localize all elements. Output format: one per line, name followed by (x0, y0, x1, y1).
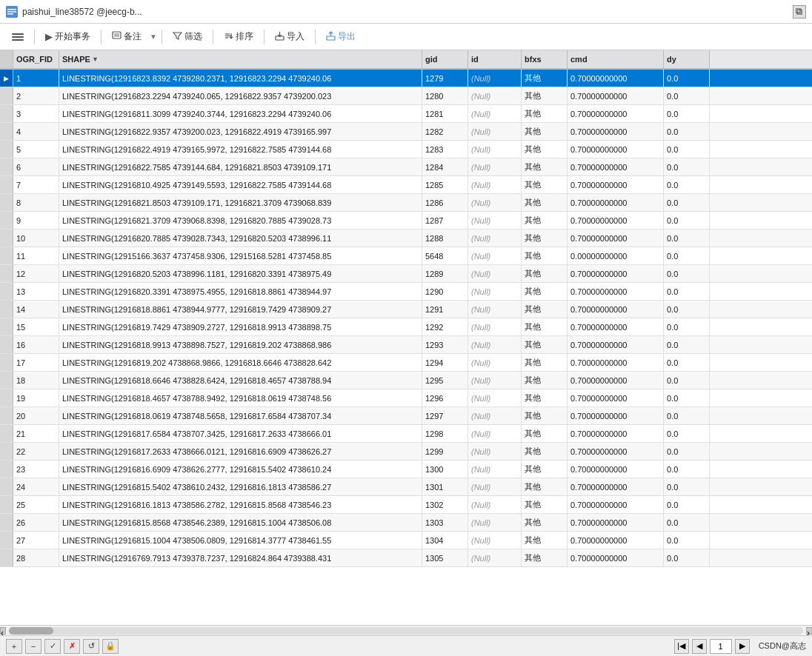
restore-btn[interactable] (793, 5, 806, 19)
cell-id: (Null) (468, 141, 522, 158)
table-row[interactable]: 10LINESTRING(12916820.7885 4739028.7343,… (0, 230, 812, 247)
header-id[interactable]: id (468, 50, 522, 68)
window-controls[interactable] (793, 5, 806, 19)
import-btn[interactable]: 导入 (269, 27, 310, 47)
table-body[interactable]: ▶1LINESTRING(12916823.8392 4739280.2371,… (0, 70, 812, 625)
header-row-indicator (0, 50, 13, 68)
table-row[interactable]: 2LINESTRING(12916823.2294 4739240.065, 1… (0, 87, 812, 105)
cell-id: (Null) (468, 158, 522, 175)
annotation-btn[interactable]: 备注 (106, 27, 147, 47)
table-row[interactable]: 12LINESTRING(12916820.5203 4738996.1181,… (0, 265, 812, 283)
table-row[interactable]: ▶1LINESTRING(12916823.8392 4739280.2371,… (0, 70, 812, 87)
row-indicator (0, 247, 13, 264)
table-row[interactable]: 4LINESTRING(12916822.9357 4739200.023, 1… (0, 123, 812, 141)
cell-dy: 0.0 (664, 265, 710, 282)
add-row-btn[interactable]: + (6, 639, 22, 654)
table-row[interactable]: 16LINESTRING(12916818.9913 4738898.7527,… (0, 336, 812, 354)
row-indicator (0, 105, 13, 122)
row-indicator (0, 372, 13, 389)
cell-id: (Null) (468, 265, 522, 282)
separator-4 (213, 30, 213, 44)
cell-dy: 0.0 (664, 176, 710, 193)
table-row[interactable]: 14LINESTRING(12916818.8861 4738944.9777,… (0, 301, 812, 318)
table-row[interactable]: 27LINESTRING(12916815.1004 4738506.0809,… (0, 532, 812, 549)
cell-id: (Null) (468, 194, 522, 211)
header-bfxs[interactable]: bfxs (522, 50, 568, 68)
header-cmd[interactable]: cmd (568, 50, 664, 68)
cell-shape: LINESTRING(12916818.4657 4738788.9492, 1… (59, 389, 422, 406)
row-indicator (0, 532, 13, 549)
cell-cmd: 0.70000000000 (568, 549, 664, 566)
separator-1 (34, 30, 35, 44)
annotation-dropdown-icon[interactable]: ▼ (150, 33, 157, 41)
refresh-btn[interactable]: ↺ (83, 639, 99, 654)
cell-id: (Null) (468, 283, 522, 300)
table-row[interactable]: 8LINESTRING(12916821.8503 4739109.171, 1… (0, 194, 812, 212)
header-gid[interactable]: gid (422, 50, 468, 68)
cell-dy: 0.0 (664, 407, 710, 424)
filter-btn[interactable]: 筛选 (167, 27, 208, 47)
table-row[interactable]: 5LINESTRING(12916822.4919 4739165.9972, … (0, 141, 812, 158)
menu-btn[interactable] (6, 27, 30, 47)
table-row[interactable]: 11LINESTRING(12915166.3637 4737458.9306,… (0, 247, 812, 265)
cell-id: (Null) (468, 514, 522, 531)
table-row[interactable]: 17LINESTRING(12916819.202 4738868.9866, … (0, 354, 812, 372)
page-number-input[interactable] (710, 639, 732, 654)
first-page-btn[interactable]: |◀ (674, 639, 689, 654)
horizontal-scroll[interactable]: ‹ › (0, 625, 812, 635)
prev-page-btn[interactable]: ◀ (692, 639, 707, 654)
cell-id: (Null) (468, 443, 522, 460)
table-row[interactable]: 13LINESTRING(12916820.3391 4738975.4955,… (0, 283, 812, 301)
table-row[interactable]: 24LINESTRING(12916815.5402 4738610.2432,… (0, 478, 812, 496)
pagination: |◀ ◀ ▶ (674, 639, 750, 654)
next-page-btn[interactable]: ▶ (735, 639, 750, 654)
header-dy[interactable]: dy (664, 50, 710, 68)
table-row[interactable]: 9LINESTRING(12916821.3709 4739068.8398, … (0, 212, 812, 230)
scroll-left-btn[interactable]: ‹ (0, 627, 6, 635)
table-row[interactable]: 3LINESTRING(12916811.3099 4739240.3744, … (0, 105, 812, 123)
check-btn[interactable]: ✓ (44, 639, 61, 654)
cell-cmd: 0.70000000000 (568, 87, 664, 104)
cell-ogr-fid: 17 (13, 354, 59, 371)
table-row[interactable]: 19LINESTRING(12916818.4657 4738788.9492,… (0, 389, 812, 407)
cell-ogr-fid: 19 (13, 389, 59, 406)
cell-bfxs: 其他 (522, 407, 568, 424)
status-bar: + − ✓ ✗ ↺ 🔒 |◀ ◀ ▶ CSDN@高志 (0, 635, 812, 656)
begin-transaction-btn[interactable]: ▶ 开始事务 (39, 27, 96, 47)
export-btn[interactable]: 导出 (320, 27, 362, 47)
table-row[interactable]: 18LINESTRING(12916818.6646 4738828.6424,… (0, 372, 812, 389)
table-row[interactable]: 6LINESTRING(12916822.7585 4739144.684, 1… (0, 158, 812, 176)
table-row[interactable]: 26LINESTRING(12916815.8568 4738546.2389,… (0, 514, 812, 532)
h-scrollbar-thumb[interactable] (9, 627, 53, 635)
scroll-right-btn[interactable]: › (806, 627, 812, 635)
lock-btn[interactable]: 🔒 (102, 639, 119, 654)
table-row[interactable]: 7LINESTRING(12916810.4925 4739149.5593, … (0, 176, 812, 194)
cell-shape: LINESTRING(12916823.2294 4739240.065, 12… (59, 87, 422, 104)
sort-btn[interactable]: 排序 (218, 27, 259, 47)
table-row[interactable]: 15LINESTRING(12916819.7429 4738909.2727,… (0, 318, 812, 336)
row-indicator (0, 478, 13, 495)
cell-dy: 0.0 (664, 283, 710, 300)
row-indicator (0, 194, 13, 211)
cell-ogr-fid: 7 (13, 176, 59, 193)
table-row[interactable]: 20LINESTRING(12916818.0619 4738748.5658,… (0, 407, 812, 425)
table-row[interactable]: 28LINESTRING(12916769.7913 4739378.7237,… (0, 549, 812, 567)
cell-bfxs: 其他 (522, 372, 568, 389)
row-indicator (0, 354, 13, 371)
delete-row-btn[interactable]: − (25, 639, 41, 654)
h-scrollbar-track[interactable] (9, 627, 803, 635)
table-row[interactable]: 23LINESTRING(12916816.6909 4738626.2777,… (0, 461, 812, 478)
cell-shape: LINESTRING(12916818.8861 4738944.9777, 1… (59, 301, 422, 318)
cell-shape: LINESTRING(12916820.5203 4738996.1181, 1… (59, 265, 422, 282)
table-row[interactable]: 25LINESTRING(12916816.1813 4738586.2782,… (0, 496, 812, 514)
header-ogr-fid[interactable]: OGR_FID (13, 50, 59, 68)
cell-id: (Null) (468, 354, 522, 371)
table-row[interactable]: 22LINESTRING(12916817.2633 4738666.0121,… (0, 443, 812, 461)
cell-shape: LINESTRING(12916820.7885 4739028.7343, 1… (59, 230, 422, 247)
table-row[interactable]: 21LINESTRING(12916817.6584 4738707.3425,… (0, 425, 812, 443)
cell-bfxs: 其他 (522, 158, 568, 175)
cell-ogr-fid: 6 (13, 158, 59, 175)
cell-ogr-fid: 23 (13, 461, 59, 478)
header-shape[interactable]: SHAPE ▼ (59, 50, 422, 68)
cancel-edit-btn[interactable]: ✗ (64, 639, 80, 654)
